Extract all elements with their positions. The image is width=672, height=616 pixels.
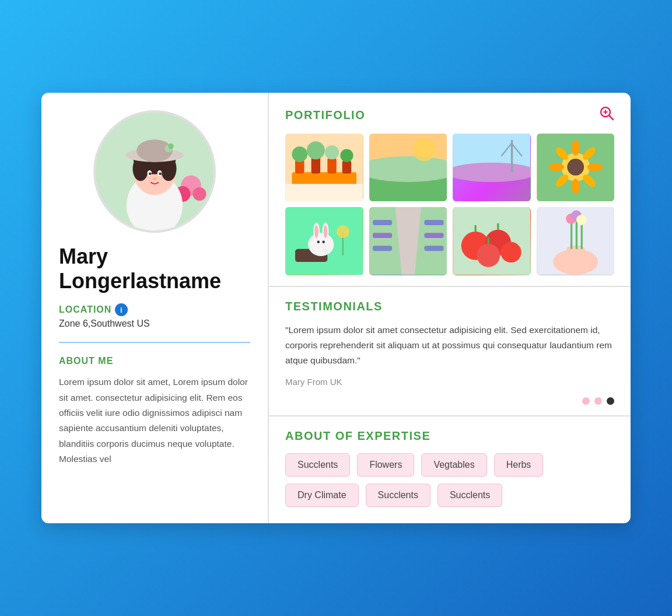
svg-rect-87 (570, 220, 572, 250)
svg-rect-72 (372, 246, 391, 251)
search-zoom-icon[interactable] (599, 106, 614, 124)
portfolio-img-vineyard[interactable] (369, 207, 447, 275)
svg-point-79 (477, 244, 500, 267)
testimonial-quote: "Lorem ipsum dolor sit amet consectetur … (285, 323, 614, 369)
svg-point-30 (325, 145, 339, 159)
svg-point-16 (149, 173, 152, 176)
svg-point-62 (314, 225, 318, 238)
svg-point-67 (337, 225, 349, 238)
tag-succlents-3[interactable]: Succlents (438, 484, 502, 507)
portfolio-img-sunflower[interactable] (537, 134, 615, 201)
left-divider (59, 342, 250, 343)
portfolio-section: PORTIFOLIO (269, 93, 631, 286)
svg-line-20 (609, 116, 613, 120)
svg-point-17 (159, 173, 162, 176)
testimonials-header: TESTIMONIALS (285, 300, 614, 313)
svg-point-47 (567, 159, 584, 176)
about-label: ABOUT ME (59, 356, 250, 366)
svg-rect-33 (285, 184, 363, 202)
portfolio-grid (285, 134, 614, 275)
svg-point-80 (501, 242, 521, 262)
location-title: LOCATION (59, 304, 111, 315)
avatar (93, 110, 216, 233)
svg-point-48 (572, 140, 579, 156)
svg-point-64 (317, 241, 320, 243)
svg-point-50 (548, 163, 564, 171)
svg-rect-73 (424, 220, 443, 226)
profile-card: Mary Longerlastname LOCATION i Zone 6,So… (41, 93, 631, 523)
tag-succlents-1[interactable]: Succlents (285, 453, 350, 477)
portfolio-img-rabbit[interactable] (285, 207, 363, 275)
about-text: Lorem ipsum dolor sit amet, Lorem ipsum … (59, 374, 250, 467)
tag-herbs[interactable]: Herbs (494, 453, 544, 477)
svg-rect-29 (327, 158, 336, 174)
portfolio-title: PORTIFOLIO (285, 108, 365, 122)
svg-rect-31 (342, 161, 351, 174)
svg-rect-89 (580, 222, 582, 250)
testimonial-author: Mary From UK (285, 377, 614, 387)
svg-point-37 (412, 138, 436, 162)
svg-rect-75 (424, 246, 443, 251)
left-panel: Mary Longerlastname LOCATION i Zone 6,So… (41, 93, 269, 523)
expertise-tags: Succlents Flowers Vegtables Herbs Dry Cl… (285, 453, 614, 507)
testimonials-section: TESTIMONIALS "Lorem ipsum dolor sit amet… (269, 287, 631, 416)
avatar-wrap (59, 110, 250, 233)
portfolio-img-tulips[interactable] (453, 134, 531, 201)
expertise-section: ABOUT OF EXPERTISE Succlents Flowers Veg… (269, 416, 631, 523)
tag-flowers[interactable]: Flowers (357, 453, 414, 477)
tag-dry-climate[interactable]: Dry Climate (285, 484, 359, 507)
tag-succlents-2[interactable]: Succlents (366, 484, 430, 507)
svg-point-92 (576, 215, 586, 226)
testimonials-title: TESTIMONIALS (285, 300, 383, 313)
info-icon[interactable]: i (115, 303, 128, 316)
svg-point-49 (572, 179, 579, 195)
svg-point-28 (307, 142, 325, 160)
dot-1[interactable] (582, 397, 590, 405)
portfolio-img-hands[interactable] (537, 207, 615, 275)
portfolio-img-field[interactable] (369, 134, 447, 201)
tag-vegtables[interactable]: Vegtables (421, 453, 487, 477)
svg-rect-70 (372, 220, 391, 226)
dot-3[interactable] (607, 397, 614, 405)
svg-point-65 (322, 241, 324, 243)
svg-point-51 (587, 163, 603, 171)
svg-rect-24 (292, 173, 356, 186)
carousel-dots (285, 397, 614, 405)
svg-point-13 (168, 144, 174, 149)
portfolio-img-tomatoes[interactable] (453, 207, 531, 275)
svg-point-63 (324, 225, 328, 238)
right-panel: PORTIFOLIO (269, 93, 631, 523)
svg-point-40 (453, 163, 531, 182)
svg-point-32 (340, 149, 353, 162)
location-label: LOCATION i (59, 303, 250, 316)
svg-point-3 (192, 187, 206, 201)
svg-rect-71 (372, 233, 391, 239)
person-name: Mary Longerlastname (59, 244, 250, 293)
svg-point-36 (369, 156, 447, 182)
dot-2[interactable] (594, 397, 602, 405)
portfolio-header: PORTIFOLIO (285, 106, 614, 124)
expertise-title: ABOUT OF EXPERTISE (285, 429, 614, 443)
svg-point-18 (153, 178, 156, 180)
svg-point-26 (292, 147, 307, 163)
location-value: Zone 6,Southwest US (59, 318, 250, 329)
svg-rect-74 (424, 233, 443, 239)
portfolio-img-plants[interactable] (285, 134, 363, 201)
